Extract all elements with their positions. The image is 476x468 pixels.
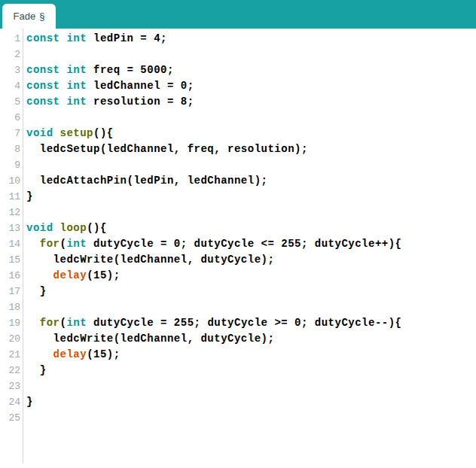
line-number: 13 xyxy=(0,220,20,236)
section-link-icon[interactable]: § xyxy=(39,11,44,22)
line-number: 17 xyxy=(0,284,20,299)
line-number: 10 xyxy=(0,173,20,189)
code-line-text: for(int dutyCycle = 255; dutyCycle >= 0;… xyxy=(20,315,402,331)
code-line-text: const int ledPin = 4; xyxy=(20,31,167,47)
code-line: 1const int ledPin = 4; xyxy=(0,31,476,47)
code-line-text: void setup(){ xyxy=(20,126,114,141)
line-number: 19 xyxy=(0,315,20,331)
code-line: 7void setup(){ xyxy=(0,126,476,141)
code-editor[interactable]: 1const int ledPin = 4;23const int freq =… xyxy=(0,29,476,468)
line-number: 23 xyxy=(0,378,20,394)
code-line-text: const int ledChannel = 0; xyxy=(20,78,194,94)
line-number: 18 xyxy=(0,299,20,315)
code-area[interactable]: 1const int ledPin = 4;23const int freq =… xyxy=(0,31,476,426)
line-number: 21 xyxy=(0,347,20,363)
code-line: 4const int ledChannel = 0; xyxy=(0,78,476,94)
code-line-text: } xyxy=(20,394,33,410)
code-line: 18 xyxy=(0,299,476,315)
code-line-text: ledcSetup(ledChannel, freq, resolution); xyxy=(20,141,308,157)
code-line-text: for(int dutyCycle = 0; dutyCycle <= 255;… xyxy=(20,236,402,252)
code-line-text: delay(15); xyxy=(20,268,121,284)
tab-bar: Fade § xyxy=(0,0,476,29)
line-number: 12 xyxy=(0,205,20,220)
code-line-text: } xyxy=(20,363,47,378)
code-line: 2 xyxy=(0,47,476,62)
code-line: 15 ledcWrite(ledChannel, dutyCycle); xyxy=(0,252,476,268)
code-line-text: ledcAttachPin(ledPin, ledChannel); xyxy=(20,173,267,189)
line-number: 7 xyxy=(0,126,20,141)
line-number: 22 xyxy=(0,363,20,378)
line-number: 1 xyxy=(0,31,20,47)
code-line-text: void loop(){ xyxy=(20,220,107,236)
code-line: 9 xyxy=(0,157,476,173)
tab-fade[interactable]: Fade § xyxy=(2,4,56,29)
code-line: 13void loop(){ xyxy=(0,220,476,236)
code-line: 24} xyxy=(0,394,476,410)
code-line-text: ledcWrite(ledChannel, dutyCycle); xyxy=(20,331,274,347)
code-line: 25 xyxy=(0,410,476,426)
line-number: 9 xyxy=(0,157,20,173)
code-line-text: } xyxy=(20,189,33,205)
code-line: 5const int resolution = 8; xyxy=(0,94,476,110)
line-number: 2 xyxy=(0,47,20,62)
line-number: 16 xyxy=(0,268,20,284)
code-line: 12 xyxy=(0,205,476,220)
code-editor-window: Fade § 1const int ledPin = 4;23const int… xyxy=(0,0,476,468)
code-line: 16 delay(15); xyxy=(0,268,476,284)
code-line: 19 for(int dutyCycle = 255; dutyCycle >=… xyxy=(0,315,476,331)
code-line: 23 xyxy=(0,378,476,394)
line-number: 4 xyxy=(0,78,20,94)
code-line: 21 delay(15); xyxy=(0,347,476,363)
line-number: 24 xyxy=(0,394,20,410)
code-line-text: } xyxy=(20,284,47,299)
code-line-text: const int resolution = 8; xyxy=(20,94,194,110)
line-number: 5 xyxy=(0,94,20,110)
code-line: 20 ledcWrite(ledChannel, dutyCycle); xyxy=(0,331,476,347)
code-line: 17 } xyxy=(0,284,476,299)
line-number: 8 xyxy=(0,141,20,157)
code-line: 3const int freq = 5000; xyxy=(0,62,476,78)
line-number: 3 xyxy=(0,62,20,78)
code-line: 6 xyxy=(0,110,476,126)
code-line: 14 for(int dutyCycle = 0; dutyCycle <= 2… xyxy=(0,236,476,252)
code-line-text: delay(15); xyxy=(20,347,121,363)
line-number: 14 xyxy=(0,236,20,252)
code-line: 11} xyxy=(0,189,476,205)
code-line-text: const int freq = 5000; xyxy=(20,62,174,78)
line-number: 6 xyxy=(0,110,20,126)
code-line: 22 } xyxy=(0,363,476,378)
tab-label: Fade xyxy=(14,11,36,22)
line-number: 11 xyxy=(0,189,20,205)
code-line: 10 ledcAttachPin(ledPin, ledChannel); xyxy=(0,173,476,189)
code-line: 8 ledcSetup(ledChannel, freq, resolution… xyxy=(0,141,476,157)
line-number: 20 xyxy=(0,331,20,347)
line-number: 15 xyxy=(0,252,20,268)
line-number: 25 xyxy=(0,410,20,426)
code-line-text: ledcWrite(ledChannel, dutyCycle); xyxy=(20,252,274,268)
